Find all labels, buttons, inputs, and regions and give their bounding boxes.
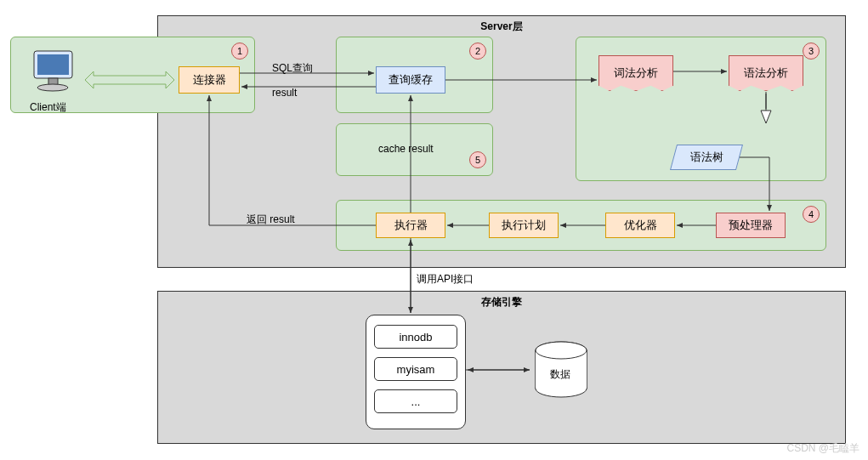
badge-5: 5 <box>469 151 486 168</box>
syntax-box: 语法分析 <box>729 55 803 91</box>
client-label: Client端 <box>30 100 66 115</box>
ellipsis-box: ... <box>374 389 457 413</box>
myisam-box: myisam <box>374 357 457 381</box>
innodb-box: innodb <box>374 325 457 349</box>
syntax-tree-box: 语法树 <box>670 145 743 170</box>
data-label: 数据 <box>550 367 570 382</box>
return-result-label: 返回 result <box>247 213 295 227</box>
server-layer-title: Server层 <box>480 20 522 34</box>
cache-result-label: cache result <box>378 143 434 155</box>
storage-layer-title: 存储引擎 <box>481 295 522 310</box>
watermark: CSDN @毛瞌羊 <box>786 441 859 456</box>
result-label: result <box>272 87 297 99</box>
badge-4: 4 <box>803 206 820 223</box>
svg-point-10 <box>536 342 587 359</box>
api-call-label: 调用API接口 <box>417 272 474 287</box>
executor-box: 执行器 <box>376 213 445 238</box>
svg-point-3 <box>37 84 68 91</box>
preprocessor-box: 预处理器 <box>716 213 786 238</box>
storage-layer-container: 存储引擎 <box>157 291 846 444</box>
query-cache-box: 查询缓存 <box>376 66 445 94</box>
optimizer-box: 优化器 <box>605 213 675 238</box>
svg-rect-1 <box>37 54 69 75</box>
monitor-icon <box>30 47 77 94</box>
client-connector-arrow <box>81 66 179 94</box>
sql-query-label: SQL查询 <box>272 61 313 76</box>
lexical-box: 词法分析 <box>599 55 673 91</box>
badge-1: 1 <box>231 43 248 60</box>
badge-3: 3 <box>803 43 820 60</box>
badge-2: 2 <box>469 43 486 60</box>
connector-box: 连接器 <box>179 66 240 94</box>
exec-plan-box: 执行计划 <box>489 213 559 238</box>
